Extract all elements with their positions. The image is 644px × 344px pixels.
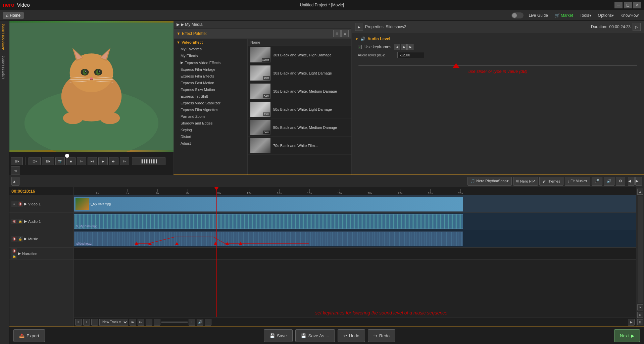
nero-rhythmsnap-button[interactable]: 🎵 Nero RhythmSnap▾ bbox=[467, 177, 512, 186]
out-point-button[interactable]: ⊲ bbox=[11, 166, 20, 175]
video1-clip[interactable]: 5_My Cats.mpg bbox=[74, 197, 463, 211]
tree-item-my-favorites[interactable]: My Favorites bbox=[174, 46, 247, 52]
audio-slider-track[interactable] bbox=[358, 65, 637, 66]
vertical-scrollbar[interactable] bbox=[638, 196, 643, 303]
effect-palette-header[interactable]: ▼ Effect Palette: ⊞ ≡ bbox=[174, 29, 351, 39]
effect-item-5[interactable]: 70s Black and White Film... bbox=[248, 137, 351, 155]
track-list-button[interactable]: ≡ bbox=[75, 319, 82, 326]
video-effect-root[interactable]: ▼ Video Effect bbox=[174, 39, 247, 46]
tree-item-express-film-effects[interactable]: Express Film Effects bbox=[174, 73, 247, 80]
knowhow-menu[interactable]: KnowHow bbox=[618, 12, 641, 19]
next-button[interactable]: Next ▶ bbox=[614, 329, 640, 342]
snap-toggle-button[interactable]: | bbox=[146, 319, 152, 326]
audio-slider-thumb[interactable] bbox=[453, 63, 459, 68]
effect-list[interactable]: 100% 30s Black and White, High Damage 29… bbox=[248, 46, 351, 175]
music-clip[interactable]: Slideshow2 bbox=[74, 232, 463, 246]
prev-frame-button[interactable]: ⏮ bbox=[88, 157, 97, 165]
music-lock-button[interactable]: 🔒 bbox=[17, 236, 23, 242]
fit-music-button[interactable]: ♪ Fit Music▾ bbox=[565, 177, 591, 186]
new-track-select[interactable]: New Track ▾ bbox=[99, 319, 128, 326]
restore-button[interactable]: ◻ bbox=[624, 2, 632, 8]
panel-collapse-left[interactable]: ◀ bbox=[628, 177, 635, 186]
tree-item-express-video-effects[interactable]: ▶ Express Video Effects bbox=[174, 59, 247, 66]
in-point-button[interactable]: ⊳ bbox=[120, 157, 129, 165]
narration-track[interactable] bbox=[74, 248, 636, 260]
trim-button[interactable]: ⊢ bbox=[77, 157, 86, 165]
more-options-button[interactable]: ... bbox=[205, 319, 211, 326]
next-nav-button[interactable]: ⏭ bbox=[138, 319, 144, 326]
scroll-up-button[interactable]: ▲ bbox=[637, 189, 643, 195]
narration-lock-button[interactable]: 🔒 bbox=[11, 254, 17, 259]
add-keyframe-button[interactable]: ◆ bbox=[401, 44, 407, 50]
snap-button[interactable]: ⊟▾ bbox=[42, 157, 54, 165]
speaker-button[interactable]: 🔊 bbox=[604, 177, 614, 186]
transport-btn[interactable]: ▐▐▐▐▐▐▐ bbox=[132, 157, 165, 165]
video1-mute-button[interactable]: ● bbox=[11, 201, 17, 207]
export-button[interactable]: 📤 Export bbox=[13, 329, 45, 342]
music-mute-button[interactable]: 🔇 bbox=[11, 236, 17, 242]
scroll-right-button[interactable]: ▶ bbox=[628, 319, 635, 326]
audio1-lock-button[interactable]: 🔒 bbox=[17, 219, 23, 224]
audio1-mute-button[interactable]: 🔇 bbox=[11, 219, 17, 224]
audio1-track[interactable]: 5_My Cats.mpg bbox=[74, 213, 636, 230]
view-options-button[interactable]: ⊞▾ bbox=[11, 157, 23, 165]
mic-button[interactable]: 🎤 bbox=[592, 177, 602, 186]
properties-more-button[interactable]: ▷ bbox=[633, 23, 641, 31]
close-button[interactable]: ✕ bbox=[633, 2, 641, 8]
redo-button[interactable]: ↪ Redo bbox=[368, 329, 395, 342]
my-media-header[interactable]: ▶ ▶ My Media bbox=[174, 21, 351, 29]
live-guide-label[interactable]: Live Guide bbox=[526, 12, 551, 19]
effect-item-3[interactable]: 23% 50s Black and White, Light Damage bbox=[248, 100, 351, 118]
live-guide-toggle[interactable] bbox=[511, 12, 524, 18]
play-button[interactable]: ▶ bbox=[98, 157, 108, 165]
video1-lock-button[interactable]: 🔇 bbox=[17, 201, 23, 207]
effect-item-1[interactable]: 29% 30s Black and White, Light Damage bbox=[248, 64, 351, 82]
list-view-button[interactable]: ≡ bbox=[341, 30, 349, 37]
tree-item-shadow-and-edges[interactable]: Shadow and Edges bbox=[174, 120, 247, 127]
tree-item-express-film-vintage[interactable]: Express Film Vintage bbox=[174, 66, 247, 73]
tree-item-express-tilt-shift[interactable]: Express Tilt Shift bbox=[174, 93, 247, 100]
prev-keyframe-button[interactable]: ◀ bbox=[394, 44, 400, 50]
screenshot-button[interactable]: 📷 bbox=[55, 157, 65, 165]
audio1-clip[interactable]: 5_My Cats.mpg bbox=[74, 214, 463, 229]
track-remove-button[interactable]: − bbox=[91, 319, 98, 326]
tree-item-my-effects[interactable]: My Effects bbox=[174, 52, 247, 59]
home-button[interactable]: ⌂ Home bbox=[3, 12, 24, 19]
prev-nav-button[interactable]: ⏮ bbox=[130, 319, 136, 326]
effect-item-0[interactable]: 100% 30s Black and White, High Damage bbox=[248, 46, 351, 64]
save-button[interactable]: 💾 Save bbox=[264, 329, 293, 342]
zoom-in-button[interactable]: + bbox=[189, 319, 195, 326]
next-frame-button[interactable]: ⏭ bbox=[109, 157, 118, 165]
options-menu[interactable]: Options▾ bbox=[595, 12, 616, 19]
themes-button[interactable]: 🖌 Themes bbox=[539, 177, 563, 186]
tree-item-distort[interactable]: Distort bbox=[174, 133, 247, 140]
sidebar-label-advanced[interactable]: Advanced Editing bbox=[0, 21, 9, 53]
tree-item-pan-and-zoom[interactable]: Pan and Zoom bbox=[174, 113, 247, 120]
save-as-button[interactable]: 💾 Save As ... bbox=[295, 329, 335, 342]
tools-menu[interactable]: Tools▾ bbox=[577, 12, 594, 19]
tree-item-express-video-stabilizer[interactable]: Express Video Stabilizer bbox=[174, 100, 247, 106]
expand-right-button[interactable]: ⊞ bbox=[637, 312, 643, 318]
use-keyframes-checkbox[interactable] bbox=[358, 45, 362, 49]
zoom-slider[interactable] bbox=[161, 322, 188, 323]
section-collapse-arrow[interactable]: ▼ bbox=[355, 37, 358, 41]
grid-view-button[interactable]: ⊞ bbox=[333, 30, 341, 37]
music-track[interactable]: Slideshow2 bbox=[74, 230, 636, 248]
video1-track[interactable]: 5_My Cats.mpg bbox=[74, 195, 636, 213]
panel-collapse-right[interactable]: ▶ bbox=[635, 177, 642, 186]
tree-item-adjust[interactable]: Adjust bbox=[174, 140, 247, 147]
effect-item-2[interactable]: 34% 30s Black and White, Medium Damage bbox=[248, 82, 351, 100]
tree-item-express-fast-motion[interactable]: Express Fast Motion bbox=[174, 80, 247, 86]
scroll-down-button[interactable]: ▼ bbox=[637, 304, 643, 310]
tree-item-keying[interactable]: Keying bbox=[174, 127, 247, 133]
nero-pip-button[interactable]: ⊞ Nero PiP bbox=[513, 177, 538, 186]
next-keyframe-button[interactable]: ▶ bbox=[407, 44, 413, 50]
narration-mute-button[interactable]: 🔇 bbox=[11, 248, 17, 254]
effect-item-4[interactable]: 56% 50s Black and White, Medium Damage bbox=[248, 118, 351, 137]
collapse-right-button[interactable]: ⊟ bbox=[637, 319, 643, 325]
track-add-button[interactable]: + bbox=[83, 319, 90, 326]
audio-level-input[interactable] bbox=[397, 52, 424, 58]
tree-item-express-film-vignettes[interactable]: Express Film Vignettes bbox=[174, 106, 247, 113]
minimize-button[interactable]: ─ bbox=[614, 2, 623, 8]
fit-button[interactable]: ⊡▾ bbox=[29, 157, 41, 165]
